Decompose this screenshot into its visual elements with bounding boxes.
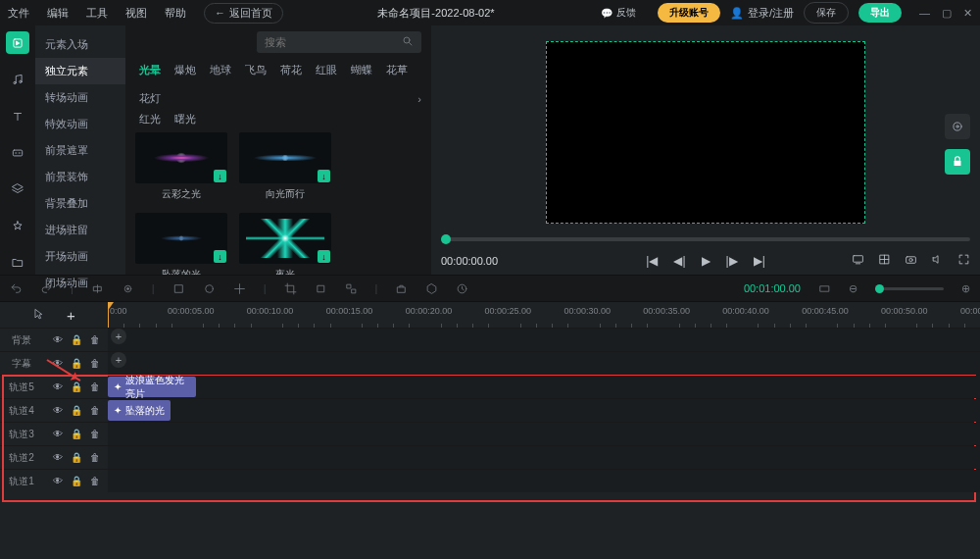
category-item[interactable]: 特效动画 (35, 111, 125, 137)
caption-icon[interactable] (6, 141, 29, 164)
trash-icon[interactable]: 🗑 (90, 405, 100, 416)
seek-handle[interactable] (441, 234, 451, 244)
trash-icon[interactable]: 🗑 (90, 429, 100, 439)
playhead[interactable] (108, 302, 109, 328)
add-clip-button[interactable]: + (111, 329, 126, 344)
maximize-button[interactable]: ▢ (942, 7, 952, 20)
menu-视图[interactable]: 视图 (125, 6, 147, 21)
lock-icon[interactable]: 🔒 (71, 405, 82, 416)
filter-tag[interactable]: 红眼 (316, 63, 337, 77)
category-item[interactable]: 开场动画 (35, 243, 125, 270)
record-button[interactable] (122, 282, 134, 295)
filter-tag[interactable]: 花草 (386, 63, 408, 77)
track-lane[interactable] (108, 446, 980, 469)
menu-帮助[interactable]: 帮助 (165, 6, 186, 21)
track-lane[interactable]: ✦坠落的光 (108, 399, 980, 422)
minimize-button[interactable]: — (919, 7, 930, 20)
preview-seekbar[interactable] (441, 237, 970, 241)
feedback-button[interactable]: 💬 反馈 (589, 3, 648, 23)
tool-e[interactable] (345, 282, 358, 295)
step-forward-button[interactable]: |▶ (726, 254, 738, 268)
filter-tag[interactable]: 荷花 (280, 63, 302, 77)
next-frame-button[interactable]: ▶| (754, 254, 765, 268)
prev-frame-button[interactable]: |◀ (646, 254, 658, 268)
download-icon[interactable]: ↓ (318, 250, 330, 263)
timeline-clip[interactable]: ✦波浪蓝色发光亮片 (108, 377, 196, 397)
filter-tag[interactable]: 曙光 (174, 112, 196, 127)
asset-thumb[interactable]: ↓夜光 (239, 213, 331, 275)
redo-button[interactable] (40, 282, 53, 295)
trash-icon[interactable]: 🗑 (90, 334, 100, 345)
crop-button[interactable] (284, 282, 297, 295)
trash-icon[interactable]: 🗑 (90, 358, 100, 369)
layers-icon[interactable] (6, 178, 29, 201)
menu-工具[interactable]: 工具 (86, 6, 108, 21)
audio-icon[interactable] (6, 68, 29, 90)
track-lane[interactable] (108, 470, 980, 492)
plugin-icon[interactable] (6, 215, 29, 237)
category-item[interactable]: 元素入场 (35, 31, 125, 58)
category-item[interactable]: 前景装饰 (35, 164, 125, 190)
chevron-right-icon[interactable]: › (417, 93, 421, 105)
track-lane[interactable]: + (108, 352, 980, 375)
track-lane[interactable]: + (108, 329, 980, 351)
asset-thumb[interactable]: ↓向光而行 (239, 132, 331, 201)
eye-icon[interactable]: 👁 (53, 429, 63, 439)
eye-icon[interactable]: 👁 (53, 476, 63, 486)
fullscreen-icon[interactable] (957, 253, 970, 269)
snapshot-icon[interactable] (905, 253, 917, 269)
filter-tag[interactable]: 红光 (139, 112, 161, 127)
tool-h[interactable] (456, 282, 468, 295)
menu-文件[interactable]: 文件 (8, 6, 29, 21)
tool-a[interactable] (172, 282, 185, 295)
zoom-slider[interactable] (875, 287, 944, 290)
trash-icon[interactable]: 🗑 (90, 381, 100, 392)
eye-icon[interactable]: 👁 (53, 452, 63, 463)
eye-icon[interactable]: 👁 (53, 334, 63, 345)
close-button[interactable]: ✕ (963, 7, 972, 20)
menu-编辑[interactable]: 编辑 (47, 6, 69, 21)
lock-icon[interactable]: 🔒 (71, 452, 82, 463)
timeline-ruler[interactable]: 0:0000:00:05.0000:00:10.0000:00:15.0000:… (108, 302, 980, 328)
search-box[interactable] (257, 31, 421, 53)
text-icon[interactable] (6, 105, 29, 127)
lock-icon[interactable]: 🔒 (71, 476, 82, 486)
grid-icon[interactable] (878, 253, 891, 269)
category-item[interactable]: 转场动画 (35, 84, 125, 111)
media-icon[interactable] (6, 31, 29, 54)
lock-icon[interactable]: 🔒 (71, 358, 82, 369)
tool-b[interactable] (203, 282, 216, 295)
tool-d[interactable] (315, 282, 327, 295)
tool-c[interactable] (233, 282, 246, 295)
tool-g[interactable] (425, 282, 438, 295)
tool-f[interactable] (395, 282, 408, 295)
step-back-button[interactable]: ◀| (673, 254, 685, 268)
fit-button[interactable] (818, 282, 831, 295)
upgrade-button[interactable]: 升级账号 (658, 3, 720, 23)
zoom-in-button[interactable]: ⊕ (961, 282, 970, 295)
filter-tag[interactable]: 地球 (210, 63, 231, 77)
filter-tag[interactable]: 花灯 (139, 91, 161, 106)
lock-icon[interactable]: 🔒 (71, 429, 82, 439)
home-button[interactable]: ← 返回首页 (204, 3, 283, 24)
category-item[interactable]: 背景叠加 (35, 190, 125, 217)
folder-icon[interactable] (6, 252, 29, 275)
download-icon[interactable]: ↓ (214, 250, 226, 263)
crop-tool-button[interactable] (945, 114, 970, 139)
search-input[interactable] (265, 36, 402, 48)
download-icon[interactable]: ↓ (214, 170, 226, 182)
filter-tag[interactable]: 飞鸟 (245, 63, 267, 77)
download-icon[interactable]: ↓ (318, 170, 330, 182)
zoom-out-button[interactable]: ⊖ (849, 282, 858, 295)
add-track-button[interactable]: + (67, 307, 75, 324)
filter-tag[interactable]: 光晕 (139, 63, 161, 77)
asset-thumb[interactable]: ↓坠落的光 (135, 213, 227, 275)
add-clip-button[interactable]: + (111, 352, 126, 368)
filter-tag[interactable]: 爆炮 (174, 63, 196, 77)
category-item[interactable]: 进场驻留 (35, 217, 125, 243)
track-lane[interactable] (108, 423, 980, 445)
zoom-handle[interactable] (875, 284, 884, 293)
export-button[interactable]: 导出 (858, 3, 902, 23)
play-button[interactable]: ▶ (702, 254, 710, 268)
lock-icon[interactable]: 🔒 (71, 334, 82, 345)
